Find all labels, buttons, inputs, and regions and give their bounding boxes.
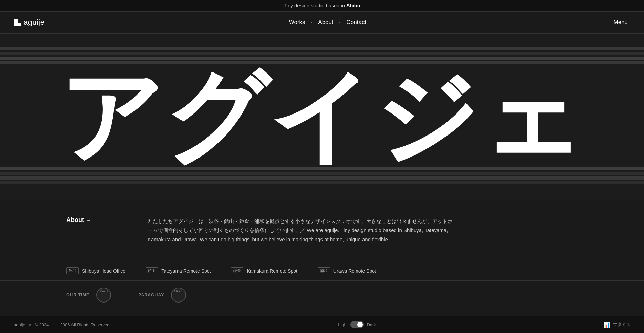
paraguay-clock: 11 12 1 bbox=[171, 288, 186, 303]
about-link[interactable]: About → bbox=[66, 216, 127, 224]
location-badge-kamakura: 鎌倉 bbox=[231, 267, 243, 274]
nav-contact[interactable]: Contact bbox=[344, 18, 369, 27]
location-shibuya: 渋谷 Shibuya Head Office bbox=[66, 267, 125, 274]
logo-icon bbox=[14, 19, 21, 26]
logo-text: aguije bbox=[24, 18, 44, 27]
banner-text: Tiny design studio based in bbox=[284, 3, 346, 8]
location-name-kamakura: Kamakura Remote Spot bbox=[247, 268, 297, 274]
footer-brand-name: マタミル bbox=[613, 321, 630, 328]
locations-bar: 渋谷 Shibuya Head Office 館山 Tateyama Remot… bbox=[0, 261, 644, 281]
para-clock-n1: 1 bbox=[181, 290, 183, 293]
site-footer: aguije inc. © 2024 —— 2006 All Rights Re… bbox=[0, 316, 644, 333]
bottom-section: OUR TIME 11 12 1 PARAGUAY 11 12 1 bbox=[0, 281, 644, 309]
our-time-clock: 11 12 1 bbox=[96, 288, 111, 303]
nav-dot-2: • bbox=[339, 21, 340, 24]
logo-area[interactable]: aguije bbox=[14, 18, 44, 27]
menu-button[interactable]: Menu bbox=[610, 18, 630, 27]
theme-toggle[interactable]: Light Dark bbox=[338, 321, 376, 328]
location-name-shibuya: Shibuya Head Office bbox=[82, 268, 125, 274]
para-clock-n12: 12 bbox=[177, 289, 180, 292]
site-header: aguije Works • About • Contact Menu bbox=[0, 12, 644, 34]
clock-n12: 12 bbox=[102, 289, 105, 292]
banner-highlight: Shibu bbox=[346, 3, 360, 8]
top-banner: Tiny design studio based in Shibu bbox=[0, 0, 644, 12]
location-name-urawa: Urawa Remote Spot bbox=[333, 268, 376, 274]
footer-copyright: aguije inc. © 2024 —— 2006 All Rights Re… bbox=[14, 322, 111, 327]
theme-toggle-track[interactable] bbox=[350, 321, 364, 328]
location-urawa: 浦和 Urawa Remote Spot bbox=[318, 267, 376, 274]
footer-right: 📊 マタミル bbox=[603, 321, 630, 328]
clock-n1: 1 bbox=[106, 290, 108, 293]
hero-katakana: アグイジェ bbox=[60, 66, 585, 167]
nav-dot-1: • bbox=[311, 21, 312, 24]
svg-rect-0 bbox=[14, 19, 18, 23]
theme-light-label: Light bbox=[338, 322, 348, 327]
about-left: About → bbox=[66, 216, 127, 244]
main-nav: Works • About • Contact bbox=[286, 18, 369, 27]
paraguay-time-section: PARAGUAY 11 12 1 bbox=[138, 288, 186, 303]
nav-works[interactable]: Works bbox=[286, 18, 308, 27]
nav-about[interactable]: About bbox=[315, 18, 336, 27]
about-description: わたしたちアグイジェは、渋谷・館山・鎌倉・浦和を拠点とする小さなデザインスタジオ… bbox=[148, 216, 453, 244]
our-time-label: OUR TIME bbox=[66, 293, 89, 297]
svg-rect-1 bbox=[14, 23, 21, 26]
location-badge-urawa: 浦和 bbox=[318, 267, 330, 274]
location-badge-tateyama: 館山 bbox=[146, 267, 158, 274]
hero-section: アグイジェ bbox=[0, 34, 644, 200]
theme-toggle-thumb bbox=[357, 322, 363, 327]
about-arrow: → bbox=[86, 217, 91, 223]
location-name-tateyama: Tateyama Remote Spot bbox=[161, 268, 211, 274]
about-section: About → わたしたちアグイジェは、渋谷・館山・鎌倉・浦和を拠点とする小さな… bbox=[0, 200, 644, 261]
theme-dark-label: Dark bbox=[367, 322, 376, 327]
about-link-label: About bbox=[66, 216, 84, 224]
footer-brand-icon: 📊 bbox=[603, 321, 610, 328]
paraguay-label: PARAGUAY bbox=[138, 293, 164, 297]
location-kamakura: 鎌倉 Kamakura Remote Spot bbox=[231, 267, 297, 274]
location-tateyama: 館山 Tateyama Remote Spot bbox=[146, 267, 211, 274]
location-badge-shibuya: 渋谷 bbox=[66, 267, 79, 274]
our-time-section: OUR TIME 11 12 1 bbox=[66, 288, 111, 303]
